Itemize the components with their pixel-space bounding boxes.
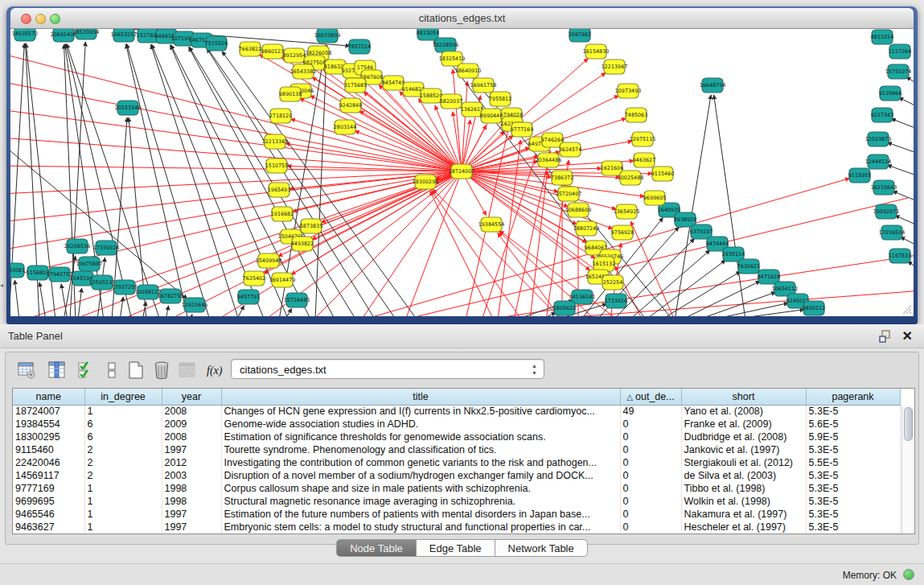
graph-node[interactable]: 1383081: [10, 263, 25, 278]
edge[interactable]: [315, 45, 326, 316]
graph-node[interactable]: 1733426: [605, 294, 627, 308]
network-canvas[interactable]: 1403557220691406185339541065325715276026…: [10, 29, 914, 316]
cell-short[interactable]: Dudbridge et al. (2008): [681, 431, 806, 443]
table-settings-icon[interactable]: [15, 359, 38, 381]
cell-name[interactable]: 9463627: [13, 521, 84, 534]
hub-node[interactable]: 18724007: [449, 164, 475, 179]
graph-node[interactable]: 9777169: [511, 122, 533, 137]
graph-node[interactable]: 12975115: [630, 132, 656, 146]
table-row[interactable]: 946554611997Estimation of the future num…: [13, 508, 900, 521]
cell-short[interactable]: Wolkin et al. (1998): [681, 495, 806, 508]
cell-year[interactable]: 2008: [162, 405, 221, 418]
table-row[interactable]: 1938455462009Genome-wide association stu…: [13, 418, 900, 431]
table-row[interactable]: 1456911722003Disruption of a novel membe…: [13, 469, 900, 482]
cell-out_degree[interactable]: 0: [620, 521, 681, 534]
graph-node[interactable]: 9463627: [633, 153, 655, 167]
cell-in_degree[interactable]: 2: [84, 443, 162, 456]
edge[interactable]: [680, 281, 760, 316]
graph-node[interactable]: 12213967: [602, 60, 628, 74]
graph-node[interactable]: 1167533: [889, 249, 911, 263]
graph-node[interactable]: 7663822: [239, 42, 261, 56]
graph-node[interactable]: 7485063: [625, 108, 647, 122]
graph-node[interactable]: 7625402: [243, 271, 265, 286]
graph-node[interactable]: 3624574: [559, 142, 581, 157]
cell-year[interactable]: 1998: [162, 482, 221, 495]
vertical-scrollbar[interactable]: [901, 406, 914, 534]
cell-out_degree[interactable]: 0: [620, 418, 681, 431]
cell-in_degree[interactable]: 6: [84, 418, 162, 431]
cell-year[interactable]: 1997: [162, 521, 221, 534]
graph-node[interactable]: 19218506: [433, 38, 459, 52]
graph-node[interactable]: 20206516: [64, 239, 91, 253]
graph-node[interactable]: 7386372: [551, 171, 573, 185]
attribute-table[interactable]: namein_degreeyeartitle△out_de...shortpag…: [13, 389, 901, 534]
cell-title[interactable]: Tourette syndrome. Phenomenology and cla…: [221, 443, 620, 456]
graph-node[interactable]: 19384554: [478, 217, 505, 232]
edge[interactable]: [151, 44, 239, 316]
graph-node[interactable]: 20364486: [536, 153, 562, 167]
graph-node[interactable]: 3175685: [344, 78, 367, 93]
graph-node[interactable]: 7955812: [489, 92, 511, 106]
row-select-icon[interactable]: [75, 359, 97, 381]
cell-title[interactable]: Estimation of the future numbers of pati…: [221, 508, 620, 521]
graph-node[interactable]: 19992971: [873, 204, 900, 219]
edge[interactable]: [10, 171, 462, 250]
cell-year[interactable]: 1997: [162, 508, 221, 521]
graph-node[interactable]: 12093873: [865, 132, 892, 146]
graph-node[interactable]: 9115460: [651, 167, 674, 181]
scrollbar-thumb[interactable]: [904, 407, 913, 441]
table-row[interactable]: 977716911998Corpus callosum shape and si…: [13, 482, 900, 495]
cell-year[interactable]: 2009: [162, 418, 221, 431]
edge[interactable]: [191, 315, 192, 316]
graph-node[interactable]: 9860123: [261, 44, 284, 59]
graph-node[interactable]: 7857224: [348, 39, 371, 54]
float-panel-icon[interactable]: [879, 330, 892, 343]
column-header-out_degree[interactable]: △out_de...: [620, 389, 681, 405]
graph-node[interactable]: 1805622: [553, 301, 576, 315]
graph-node[interactable]: 18640910: [455, 64, 482, 78]
cell-pagerank[interactable]: 5.3E-5: [806, 508, 900, 521]
graph-node[interactable]: 2718120: [269, 109, 292, 123]
tab-network-table[interactable]: Network Table: [495, 539, 588, 557]
edge[interactable]: [615, 266, 643, 316]
cell-year[interactable]: 1998: [162, 495, 221, 508]
cell-name[interactable]: 22420046: [13, 456, 84, 469]
cell-in_degree[interactable]: 1: [84, 405, 162, 418]
cell-name[interactable]: 18724007: [13, 405, 84, 418]
graph-node[interactable]: 17016504: [879, 225, 906, 240]
unselect-rows-icon[interactable]: [101, 359, 123, 381]
cell-title[interactable]: Structural magnetic resonance image aver…: [221, 495, 620, 508]
graph-node[interactable]: 9227343: [871, 108, 893, 122]
graph-node[interactable]: 1965493: [268, 183, 290, 197]
cell-pagerank[interactable]: 5.9E-5: [806, 431, 900, 443]
graph-node[interactable]: 18533954: [73, 29, 100, 39]
cell-title[interactable]: Genome-wide association studies in ADHD.: [221, 418, 620, 431]
column-header-short[interactable]: short: [681, 389, 806, 405]
graph-node[interactable]: 15409948: [256, 253, 282, 268]
cell-in_degree[interactable]: 1: [84, 508, 162, 521]
cell-name[interactable]: 9465546: [13, 508, 84, 521]
graph-node[interactable]: 9457791: [237, 290, 260, 304]
network-window-titlebar[interactable]: citations_edges.txt: [10, 8, 914, 29]
graph-node[interactable]: 16961758: [470, 78, 497, 93]
table-row[interactable]: 911546021997Tourette syndrome. Phenomeno…: [13, 443, 900, 456]
graph-node[interactable]: 13654925: [614, 204, 640, 219]
graph-node[interactable]: 17359924: [93, 241, 120, 255]
edge[interactable]: [14, 280, 19, 316]
delete-icon[interactable]: [150, 359, 173, 381]
edge[interactable]: [61, 284, 68, 316]
edge[interactable]: [696, 292, 776, 316]
edge[interactable]: [675, 95, 711, 316]
tab-node-table[interactable]: Node Table: [336, 539, 417, 557]
edge[interactable]: [462, 81, 467, 171]
graph-node[interactable]: 9756928: [611, 225, 634, 240]
edge[interactable]: [906, 77, 914, 88]
edge[interactable]: [709, 303, 788, 316]
column-header-year[interactable]: year: [162, 389, 221, 405]
cell-out_degree[interactable]: 0: [620, 469, 681, 482]
graph-node[interactable]: 4493822: [291, 237, 314, 251]
graph-node[interactable]: 17957255: [112, 280, 138, 295]
cell-pagerank[interactable]: 5.3E-5: [806, 495, 900, 508]
cell-out_degree[interactable]: 0: [620, 431, 681, 443]
graph-node[interactable]: 16648794: [700, 78, 726, 93]
